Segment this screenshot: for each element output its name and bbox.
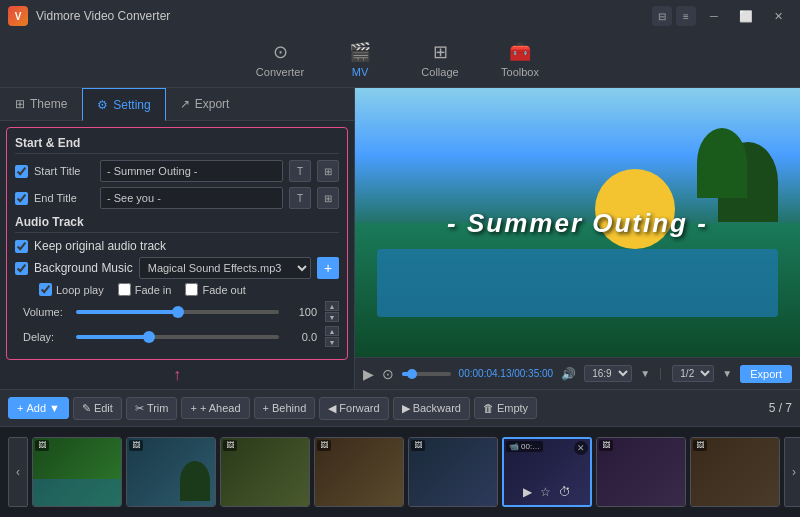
- right-panel: - Summer Outing - ▶ ⊙ 00:00:04.13/00:35:…: [355, 88, 800, 389]
- fade-out-option[interactable]: Fade out: [185, 283, 245, 296]
- delay-slider[interactable]: [76, 335, 279, 339]
- end-title-checkbox[interactable]: [15, 192, 28, 205]
- end-title-grid-btn[interactable]: ⊞: [317, 187, 339, 209]
- loop-play-label: Loop play: [56, 284, 104, 296]
- thumb-active-controls: ▶ ☆ ⏱: [523, 485, 571, 499]
- play-button[interactable]: ▶: [363, 366, 374, 382]
- delay-value: 0.0: [287, 331, 317, 343]
- start-title-checkbox[interactable]: [15, 165, 28, 178]
- ahead-button[interactable]: + + Ahead: [181, 397, 249, 419]
- stop-button[interactable]: ⊙: [382, 366, 394, 382]
- behind-button[interactable]: + Behind: [254, 397, 316, 419]
- tab-theme[interactable]: ⊞ Theme: [0, 88, 82, 120]
- minimize-button[interactable]: ─: [700, 6, 728, 26]
- page-count: 5 / 7: [769, 401, 792, 415]
- volume-value: 100: [287, 306, 317, 318]
- filmstrip-right-nav[interactable]: ›: [784, 437, 800, 507]
- volume-slider[interactable]: [76, 310, 279, 314]
- forward-label: Forward: [339, 402, 379, 414]
- end-title-input[interactable]: [100, 187, 283, 209]
- maximize-button[interactable]: ⬜: [732, 6, 760, 26]
- tab-collage[interactable]: ⊞ Collage: [400, 36, 480, 83]
- edit-button[interactable]: ✎ Edit: [73, 397, 122, 420]
- page-select[interactable]: 1/2: [672, 365, 714, 382]
- tab-converter[interactable]: ⊙ Converter: [240, 36, 320, 83]
- empty-button[interactable]: 🗑 Empty: [474, 397, 537, 419]
- film-thumb-4[interactable]: 🖼: [314, 437, 404, 507]
- behind-icon: +: [263, 402, 269, 414]
- video-text-overlay: - Summer Outing -: [447, 207, 708, 238]
- film-thumb-3[interactable]: 🖼: [220, 437, 310, 507]
- audio-section: Audio Track Keep original audio track Ba…: [15, 215, 339, 347]
- keep-audio-checkbox[interactable]: [15, 240, 28, 253]
- film-thumb-2[interactable]: 🖼: [126, 437, 216, 507]
- tab-setting[interactable]: ⚙ Setting: [82, 88, 165, 121]
- delay-down-btn[interactable]: ▼: [325, 337, 339, 347]
- film-thumb-8[interactable]: 🖼: [690, 437, 780, 507]
- fade-out-checkbox[interactable]: [185, 283, 198, 296]
- thumb-active-close[interactable]: ✕: [574, 441, 588, 455]
- start-title-grid-btn[interactable]: ⊞: [317, 160, 339, 182]
- thumb-1-bg: 🖼: [33, 438, 121, 506]
- toolbox-icon: 🧰: [509, 41, 531, 63]
- ratio-expand-icon[interactable]: ▼: [640, 368, 650, 379]
- tab-export[interactable]: ↗ Export: [166, 88, 244, 120]
- keep-audio-row: Keep original audio track: [15, 239, 339, 253]
- close-button[interactable]: ✕: [764, 6, 792, 26]
- film-thumb-5[interactable]: 🖼: [408, 437, 498, 507]
- converter-icon: ⊙: [273, 41, 288, 63]
- volume-label: Volume:: [23, 306, 68, 318]
- bg-music-checkbox[interactable]: [15, 262, 28, 275]
- forward-button[interactable]: ◀ Forward: [319, 397, 388, 420]
- thumb-play-icon[interactable]: ▶: [523, 485, 532, 499]
- collage-icon: ⊞: [433, 41, 448, 63]
- loop-play-checkbox[interactable]: [39, 283, 52, 296]
- titlebar: V Vidmore Video Converter ⊟ ≡ ─ ⬜ ✕: [0, 0, 800, 32]
- start-title-input[interactable]: [100, 160, 283, 182]
- thumb-star-icon[interactable]: ☆: [540, 485, 551, 499]
- fade-in-checkbox[interactable]: [118, 283, 131, 296]
- start-title-text-btn[interactable]: T: [289, 160, 311, 182]
- thumb-3-bg: 🖼: [221, 438, 309, 506]
- delay-spin: ▲ ▼: [325, 326, 339, 347]
- time-bar[interactable]: [402, 372, 451, 376]
- time-display: 00:00:04.13/00:35:00: [459, 368, 554, 379]
- volume-down-btn[interactable]: ▼: [325, 312, 339, 322]
- volume-row: Volume: 100 ▲ ▼: [15, 301, 339, 322]
- thumb-active-time: 00:…: [521, 442, 540, 451]
- film-thumb-1[interactable]: 🖼: [32, 437, 122, 507]
- film-thumb-active[interactable]: 📹 00:… ✕ ▶ ☆ ⏱: [502, 437, 592, 507]
- fade-in-label: Fade in: [135, 284, 172, 296]
- trim-label: Trim: [147, 402, 169, 414]
- export-button[interactable]: Export: [740, 365, 792, 383]
- main-area: ⊞ Theme ⚙ Setting ↗ Export Start & End S…: [0, 88, 800, 389]
- add-button[interactable]: + Add ▼: [8, 397, 69, 419]
- audio-options-row: Loop play Fade in Fade out: [15, 283, 339, 296]
- trim-button[interactable]: ✂ Trim: [126, 397, 178, 420]
- loop-play-option[interactable]: Loop play: [39, 283, 104, 296]
- message-icon[interactable]: ⊟: [652, 6, 672, 26]
- pool-area: [377, 249, 778, 316]
- left-panel: ⊞ Theme ⚙ Setting ↗ Export Start & End S…: [0, 88, 355, 389]
- volume-icon[interactable]: 🔊: [561, 367, 576, 381]
- ratio-select[interactable]: 16:9: [584, 365, 632, 382]
- end-title-text-btn[interactable]: T: [289, 187, 311, 209]
- fade-in-option[interactable]: Fade in: [118, 283, 172, 296]
- behind-label: Behind: [272, 402, 306, 414]
- add-music-button[interactable]: +: [317, 257, 339, 279]
- delay-label: Delay:: [23, 331, 68, 343]
- menu-icon[interactable]: ≡: [676, 6, 696, 26]
- empty-icon: 🗑: [483, 402, 494, 414]
- page-expand-icon[interactable]: ▼: [722, 368, 732, 379]
- volume-up-btn[interactable]: ▲: [325, 301, 339, 311]
- backward-button[interactable]: ▶ Backward: [393, 397, 470, 420]
- delay-up-btn[interactable]: ▲: [325, 326, 339, 336]
- theme-tab-icon: ⊞: [15, 97, 25, 111]
- tab-mv[interactable]: 🎬 MV: [320, 36, 400, 83]
- thumb-clock-icon[interactable]: ⏱: [559, 485, 571, 499]
- filmstrip-left-nav[interactable]: ‹: [8, 437, 28, 507]
- music-file-select[interactable]: Magical Sound Effects.mp3: [139, 257, 311, 279]
- tab-toolbox[interactable]: 🧰 Toolbox: [480, 36, 560, 83]
- film-thumb-7[interactable]: 🖼: [596, 437, 686, 507]
- empty-label: Empty: [497, 402, 528, 414]
